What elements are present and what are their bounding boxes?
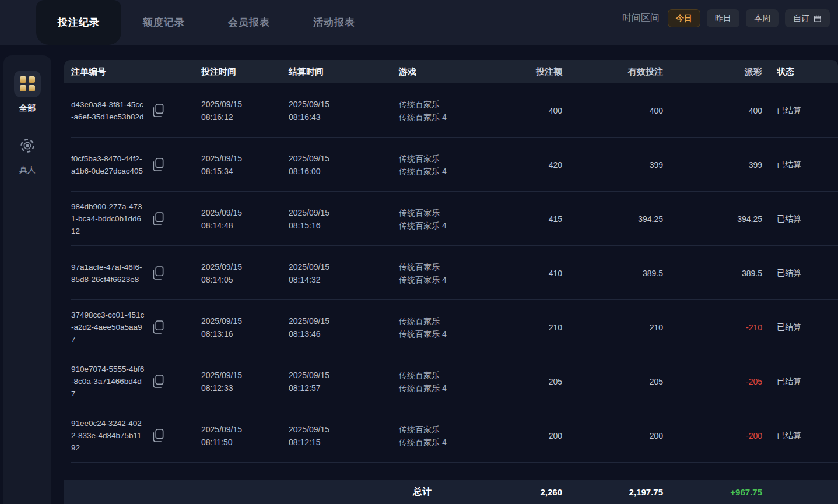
- copy-icon[interactable]: [152, 428, 165, 443]
- totals-bet-amount: 2,260: [475, 487, 562, 497]
- time-filter-custom-button[interactable]: 自订: [785, 9, 830, 27]
- bet-amount: 415: [475, 214, 562, 224]
- game-table-name: 传统百家乐 4: [399, 165, 475, 178]
- settle-time-cell: 2025/09/15 08:12:57: [289, 369, 399, 394]
- copy-icon[interactable]: [152, 319, 165, 335]
- bet-time: 08:12:33: [201, 382, 289, 394]
- valid-bet: 200: [562, 431, 663, 440]
- game-table-name: 传统百家乐 4: [399, 436, 475, 449]
- status-badge: 已结算: [762, 268, 838, 279]
- table-row: 984db900-277a-4731-bca4-bddc0b1dd612 202…: [64, 192, 838, 246]
- valid-bet: 400: [562, 106, 663, 115]
- settle-date: 2025/09/15: [289, 98, 399, 111]
- settle-time-cell: 2025/09/15 08:15:16: [289, 206, 399, 232]
- game-name: 传统百家乐: [399, 152, 475, 165]
- bet-records-table: 注单编号 投注时间 结算时间 游戏 投注额 有效投注 派彩 状态 d43e0a8…: [64, 60, 838, 463]
- tab-member-report[interactable]: 会员报表: [206, 0, 292, 45]
- settle-date: 2025/09/15: [289, 315, 399, 327]
- copy-cell: [152, 319, 201, 335]
- col-bet-id: 注单编号: [64, 66, 152, 77]
- game-name: 传统百家乐: [399, 369, 475, 382]
- sidebar-item-all[interactable]: 全部: [14, 71, 41, 114]
- settle-date: 2025/09/15: [289, 369, 399, 382]
- bet-time: 08:15:34: [201, 165, 289, 178]
- bet-id: 97a1acfe-47af-46f6-85d8-26cf4f6623e8: [64, 261, 145, 286]
- settle-time-cell: 2025/09/15 08:12:15: [289, 423, 399, 449]
- table-row: f0cf5ba3-8470-44f2-a1b6-0de27dcac405 202…: [64, 138, 838, 192]
- bet-amount: 205: [475, 377, 562, 386]
- settle-time: 08:13:46: [289, 327, 399, 340]
- game-name: 传统百家乐: [399, 260, 475, 273]
- game-cell: 传统百家乐 传统百家乐 4: [399, 260, 475, 286]
- settle-time-cell: 2025/09/15 08:16:43: [289, 98, 399, 124]
- totals-payout: +967.75: [663, 487, 762, 497]
- bet-time-cell: 2025/09/15 08:11:50: [201, 423, 289, 449]
- table-body: d43e0a84-3f81-45cc-a6ef-35d1ec53b82d 202…: [64, 83, 838, 463]
- bet-time-cell: 2025/09/15 08:14:48: [201, 206, 289, 232]
- settle-time: 08:14:32: [289, 273, 399, 286]
- copy-cell: [152, 373, 201, 389]
- time-filter-yesterday-button[interactable]: 昨日: [707, 9, 739, 27]
- bet-time: 08:14:05: [201, 273, 289, 286]
- bet-id: 37498cc3-cc01-451c-a2d2-4aee50a5aa97: [64, 309, 145, 346]
- bet-id: 91ee0c24-3242-4022-833e-4d84b75b1192: [64, 417, 145, 454]
- totals-label: 总计: [399, 486, 475, 498]
- col-bet-time: 投注时间: [201, 66, 289, 77]
- copy-cell: [152, 103, 201, 118]
- bet-time: 08:11:50: [201, 436, 289, 449]
- tab-bet-records[interactable]: 投注纪录: [36, 0, 121, 45]
- tab-activity-report[interactable]: 活动报表: [292, 0, 377, 45]
- bet-date: 2025/09/15: [201, 260, 289, 273]
- status-badge: 已结算: [762, 376, 838, 387]
- bet-time: 08:13:16: [201, 327, 289, 340]
- bet-amount: 420: [475, 160, 562, 170]
- sidebar-item-live[interactable]: 真人: [19, 132, 36, 175]
- calendar-icon: [814, 15, 822, 23]
- bet-time: 08:14:48: [201, 219, 289, 232]
- col-game: 游戏: [399, 66, 475, 77]
- payout: 399: [663, 160, 762, 170]
- bet-date: 2025/09/15: [201, 423, 289, 436]
- copy-cell: [152, 157, 201, 172]
- bet-date: 2025/09/15: [201, 369, 289, 382]
- game-cell: 传统百家乐 传统百家乐 4: [399, 152, 475, 178]
- game-cell: 传统百家乐 传统百家乐 4: [399, 369, 475, 394]
- settle-time: 08:12:57: [289, 382, 399, 394]
- copy-icon[interactable]: [152, 103, 165, 118]
- valid-bet: 210: [562, 323, 663, 332]
- totals-row: 总计 2,260 2,197.75 +967.75: [64, 480, 838, 504]
- bet-time-cell: 2025/09/15 08:15:34: [201, 152, 289, 178]
- settle-date: 2025/09/15: [289, 423, 399, 436]
- payout: 389.5: [663, 269, 762, 278]
- settle-time: 08:16:00: [289, 165, 399, 178]
- col-settle-time: 结算时间: [289, 66, 399, 77]
- bet-time-cell: 2025/09/15 08:13:16: [201, 315, 289, 340]
- time-filter-today-button[interactable]: 今日: [668, 9, 700, 27]
- tab-credit-records[interactable]: 额度记录: [121, 0, 206, 45]
- copy-icon[interactable]: [152, 373, 165, 389]
- time-range-label: 时间区间: [622, 12, 660, 24]
- table-row: 97a1acfe-47af-46f6-85d8-26cf4f6623e8 202…: [64, 246, 838, 300]
- sidebar-item-live-label: 真人: [19, 165, 36, 175]
- settle-date: 2025/09/15: [289, 260, 399, 273]
- game-name: 传统百家乐: [399, 98, 475, 111]
- game-table-name: 传统百家乐 4: [399, 219, 475, 232]
- settle-time-cell: 2025/09/15 08:14:32: [289, 260, 399, 286]
- status-badge: 已结算: [762, 322, 838, 333]
- payout: -210: [663, 323, 762, 332]
- bet-date: 2025/09/15: [201, 152, 289, 165]
- game-name: 传统百家乐: [399, 423, 475, 436]
- game-category-sidebar: 全部 真人: [3, 55, 51, 504]
- payout: -205: [663, 377, 762, 386]
- time-filter-thisweek-button[interactable]: 本周: [746, 9, 779, 27]
- game-cell: 传统百家乐 传统百家乐 4: [399, 206, 475, 232]
- game-table-name: 传统百家乐 4: [399, 382, 475, 394]
- game-name: 传统百家乐: [399, 206, 475, 219]
- copy-icon[interactable]: [152, 157, 165, 172]
- copy-icon[interactable]: [152, 265, 165, 281]
- copy-icon[interactable]: [152, 211, 165, 227]
- table-row: d43e0a84-3f81-45cc-a6ef-35d1ec53b82d 202…: [64, 83, 838, 138]
- bet-time-cell: 2025/09/15 08:16:12: [201, 98, 289, 124]
- bet-date: 2025/09/15: [201, 206, 289, 219]
- copy-cell: [152, 265, 201, 281]
